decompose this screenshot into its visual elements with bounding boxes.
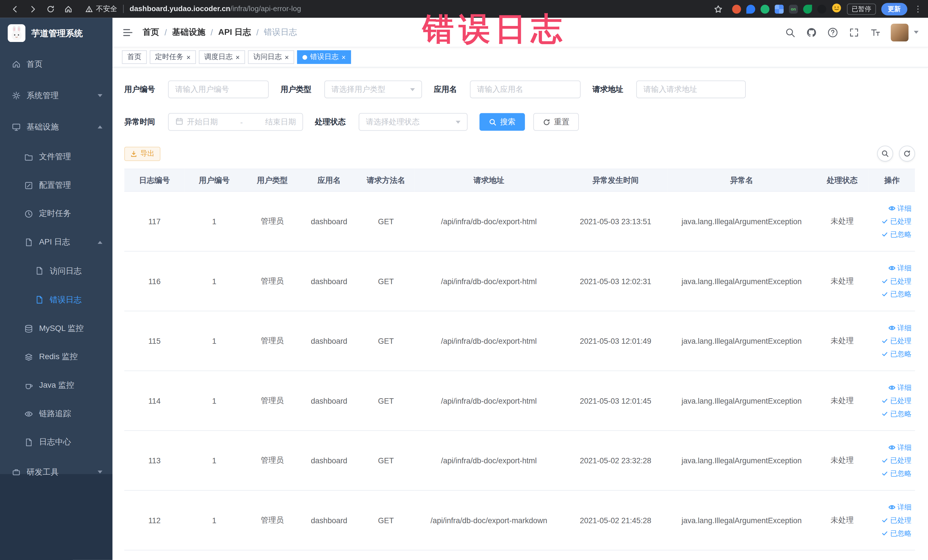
browser-menu-icon[interactable]: ⋮ (914, 4, 922, 14)
app-name-label: 应用名 (434, 84, 457, 95)
breadcrumb-item[interactable]: API 日志/ (218, 27, 264, 37)
cell-exception-time: 2021-05-03 12:01:45 (563, 371, 667, 431)
processed-link[interactable]: 已处理 (881, 455, 911, 465)
profile-smiley-icon[interactable] (832, 3, 841, 15)
sidebar-item-redis-monitor[interactable]: Redis 监控 (0, 343, 112, 371)
bookmark-star-icon[interactable] (713, 4, 723, 14)
site-security[interactable]: 不安全 (85, 4, 117, 14)
eye-icon (888, 205, 896, 212)
sidebar-item-access-log[interactable]: 访问日志 (0, 256, 112, 285)
extension-icon[interactable] (760, 5, 769, 14)
breadcrumb-item[interactable]: 首页/ (143, 27, 172, 37)
sidebar-item-error-log[interactable]: 错误日志 (0, 285, 112, 314)
process-status-select[interactable]: 请选择处理状态 (359, 113, 467, 131)
ignored-link[interactable]: 已忽略 (881, 468, 911, 478)
detail-link[interactable]: 详细 (888, 263, 911, 273)
user-type-select[interactable]: 请选择用户类型 (324, 81, 422, 98)
sidebar-item-system[interactable]: 系统管理 (0, 80, 112, 111)
search-icon[interactable] (784, 26, 795, 38)
reset-button[interactable]: 重置 (533, 113, 579, 131)
breadcrumb-item[interactable]: 错误日志/ (264, 27, 297, 37)
extension-icon[interactable] (746, 5, 755, 14)
check-icon (881, 530, 888, 537)
reload-icon[interactable] (46, 4, 55, 14)
sidebar-item-infrastructure[interactable]: 基础设施 (0, 111, 112, 143)
sidebar-item-java-monitor[interactable]: Java 监控 (0, 371, 112, 400)
sidebar-item-file-management[interactable]: 文件管理 (0, 143, 112, 171)
tag-home[interactable]: 首页 (122, 50, 147, 64)
paused-badge[interactable]: 已暂停 (847, 3, 876, 14)
database-icon (24, 324, 33, 333)
close-icon[interactable]: × (285, 53, 289, 61)
extension-icon[interactable] (803, 5, 812, 14)
extension-icon[interactable]: on (789, 5, 798, 14)
ignored-link[interactable]: 已忽略 (881, 289, 911, 299)
ignored-link[interactable]: 已忽略 (881, 229, 911, 240)
detail-link[interactable]: 详细 (888, 203, 911, 214)
sidebar-item-config-management[interactable]: 配置管理 (0, 171, 112, 200)
back-icon[interactable] (10, 4, 20, 14)
ignored-link[interactable]: 已忽略 (881, 349, 911, 359)
close-icon[interactable]: × (236, 53, 240, 61)
extension-icon[interactable] (732, 5, 741, 14)
processed-link[interactable]: 已处理 (881, 396, 911, 406)
ignored-link[interactable]: 已忽略 (881, 528, 911, 538)
sidebar-item-trace[interactable]: 链路追踪 (0, 400, 112, 428)
detail-link[interactable]: 详细 (888, 443, 911, 452)
sidebar-item-dev-tools[interactable]: 研发工具 (0, 456, 112, 488)
extension-icon[interactable] (775, 5, 784, 14)
processed-link[interactable]: 已处理 (881, 515, 911, 525)
request-url-input[interactable]: 请输入请求地址 (636, 81, 746, 98)
cell-user-type: 管理员 (244, 191, 301, 251)
tag-access-log[interactable]: 访问日志× (248, 50, 294, 64)
processed-link[interactable]: 已处理 (881, 276, 911, 286)
export-button[interactable]: 导出 (124, 146, 160, 160)
search-button[interactable]: 搜索 (479, 113, 525, 131)
fullscreen-icon[interactable] (848, 26, 859, 38)
collapse-menu-icon[interactable] (122, 26, 133, 38)
forward-icon[interactable] (28, 4, 37, 14)
detail-link[interactable]: 详细 (888, 502, 911, 512)
sidebar-item-mysql-monitor[interactable]: MySQL 监控 (0, 314, 112, 343)
cell-log-id: 115 (124, 311, 185, 371)
sidebar-item-log-center[interactable]: 日志中心 (0, 428, 112, 456)
breadcrumb-item[interactable]: 基础设施/ (172, 27, 218, 37)
tag-scheduled-jobs[interactable]: 定时任务× (150, 50, 196, 64)
request-url-label: 请求地址 (592, 84, 623, 95)
chevron-down-icon[interactable] (914, 31, 919, 34)
tag-error-log[interactable]: 错误日志× (297, 50, 351, 64)
toolbox-icon (11, 467, 21, 477)
github-icon[interactable] (806, 26, 817, 38)
app-logo[interactable]: 芋道管理系统 (0, 18, 112, 49)
user-avatar[interactable] (891, 23, 908, 41)
user-id-input[interactable]: 请输入用户编号 (168, 81, 269, 98)
close-icon[interactable]: × (342, 53, 346, 61)
date-range-input[interactable]: 开始日期 - 结束日期 (168, 113, 303, 131)
sidebar-item-scheduled-jobs[interactable]: 定时任务 (0, 200, 112, 228)
home-icon[interactable] (63, 4, 73, 14)
extension-icon[interactable] (817, 5, 826, 14)
annotation-overlay-text: 错误日志 (423, 8, 567, 51)
processed-link[interactable]: 已处理 (881, 216, 911, 226)
sidebar-item-api-log[interactable]: API 日志 (0, 228, 112, 256)
table-header-cell: 用户编号 (185, 169, 244, 191)
refresh-button[interactable] (899, 145, 915, 162)
detail-link[interactable]: 详细 (888, 383, 911, 392)
cell-user-type: 管理员 (244, 371, 301, 431)
check-icon (881, 410, 888, 417)
date-separator: - (221, 117, 262, 127)
ignored-link[interactable]: 已忽略 (881, 409, 911, 419)
font-size-icon[interactable] (870, 26, 881, 38)
browser-update-button[interactable]: 更新 (881, 3, 907, 15)
processed-link[interactable]: 已处理 (881, 336, 911, 346)
address-bar[interactable]: dashboard.yudao.iocoder.cn/infra/log/api… (130, 5, 301, 13)
detail-link[interactable]: 详细 (888, 323, 911, 333)
help-icon[interactable] (827, 26, 838, 38)
close-icon[interactable]: × (186, 53, 191, 61)
table-row: 112 1 管理员 dashboard GET /api/infra/db-do… (124, 490, 915, 550)
toggle-search-button[interactable] (877, 145, 893, 162)
tag-schedule-log[interactable]: 调度日志× (199, 50, 245, 64)
table-header-cell: 请求地址 (414, 169, 563, 191)
sidebar-item-home[interactable]: 首页 (0, 49, 112, 80)
app-name-input[interactable]: 请输入应用名 (470, 81, 580, 98)
